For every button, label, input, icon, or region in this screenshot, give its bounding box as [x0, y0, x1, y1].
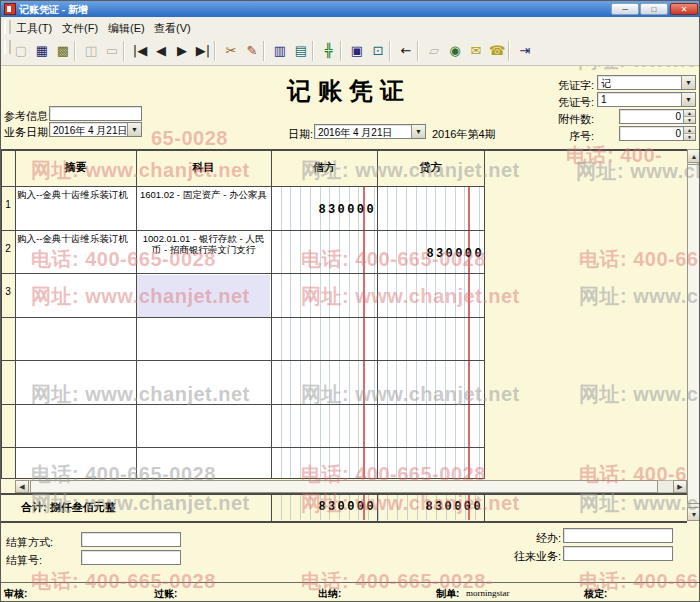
summary-cell[interactable]: 购入--金典十齿维乐装订机: [16, 232, 135, 274]
total-label: 合计: 捌仟叁佰元整: [21, 500, 116, 515]
toolbar: ▢▦▩◫▭|◀◀▶▶|✂✎▥▤╬▣⊡←▱◉✉☎⇥: [1, 37, 700, 66]
toolbar-separator: [214, 41, 216, 61]
column-header-1: 摘要: [15, 160, 136, 175]
phone-service-icon[interactable]: ☎: [487, 41, 507, 61]
date-combobox[interactable]: 2016年 4 月21日 ▼: [314, 124, 426, 139]
next-record-icon[interactable]: ▶: [172, 41, 192, 61]
total-row-top-border: [1, 493, 687, 495]
minimize-button[interactable]: ─: [611, 3, 639, 15]
save-and-new-icon[interactable]: ▩: [53, 41, 73, 61]
menu-item-1[interactable]: 工具(T): [16, 21, 52, 36]
post-label: 过账:: [154, 587, 177, 601]
new-voucher-icon[interactable]: ▢: [11, 41, 31, 61]
spin-down-icon[interactable]: ▼: [684, 117, 695, 124]
horizontal-scroll-thumb[interactable]: [30, 480, 658, 493]
menu-item-4[interactable]: 查看(V): [154, 21, 191, 36]
last-record-icon[interactable]: ▶|: [193, 41, 213, 61]
chevron-down-icon[interactable]: ▼: [681, 93, 695, 106]
first-record-icon[interactable]: |◀: [130, 41, 150, 61]
insert-row-icon[interactable]: ✂: [221, 41, 241, 61]
open-account-book-icon[interactable]: ▣: [347, 41, 367, 61]
total-debit-amount: 830000: [273, 500, 376, 514]
voucher-word-combobox[interactable]: 记 ▼: [597, 75, 696, 90]
voucher-no-label: 凭证号:: [554, 95, 594, 110]
reference-input[interactable]: [49, 106, 142, 121]
handler-label: 经办:: [501, 531, 561, 546]
approve-seal-icon[interactable]: ◉: [445, 41, 465, 61]
chevron-down-icon[interactable]: ▼: [681, 76, 695, 89]
sequence-stepper[interactable]: 0 ▲▼: [619, 126, 696, 141]
debit-amount[interactable]: 830000: [273, 203, 376, 217]
scroll-up-icon[interactable]: ▲: [687, 149, 700, 163]
balance-check-icon[interactable]: ╬: [319, 41, 339, 61]
watermark-website: 网址: www.ch: [579, 381, 700, 408]
summary-cell[interactable]: [16, 275, 135, 317]
watermark-phone: 65-0028: [151, 127, 228, 150]
scroll-right-icon[interactable]: ▶: [673, 480, 687, 493]
voucher-no-value: 1: [601, 94, 681, 105]
business-date-value: 2016年 4 月21日: [53, 124, 127, 138]
attachments-stepper[interactable]: 0 ▲▼: [619, 109, 696, 124]
spinner-buttons[interactable]: ▲▼: [683, 127, 695, 140]
reference-label: 参考信息:: [4, 109, 51, 124]
account-cell[interactable]: 1002.01.01 - 银行存款 - 人民币 - 招商银行崇文门支行: [137, 232, 270, 274]
voucher-no-combobox[interactable]: 1 ▼: [597, 92, 696, 107]
summary-cell[interactable]: 购入--金典十齿维乐装订机: [16, 188, 135, 230]
print-icon[interactable]: ▭: [102, 41, 122, 61]
chevron-down-icon[interactable]: ▼: [127, 123, 141, 136]
scroll-left-icon[interactable]: ◀: [15, 480, 29, 493]
account-cell[interactable]: 1601.02 - 固定资产 - 办公家具: [137, 188, 270, 230]
spinner-buttons[interactable]: ▲▼: [683, 110, 695, 123]
footer-divider: [1, 582, 700, 583]
close-button[interactable]: ✕: [670, 3, 698, 15]
save-icon[interactable]: ▦: [32, 41, 52, 61]
watermark-phone: 电话: 400-66: [579, 246, 699, 273]
vertical-scroll-thumb[interactable]: [687, 164, 700, 504]
subsidiary-book-icon[interactable]: ▤: [291, 41, 311, 61]
approve-label: 核定:: [584, 587, 607, 601]
prev-record-icon[interactable]: ◀: [151, 41, 171, 61]
grid-column-line-3: [271, 149, 272, 479]
total-credit-amount: 830000: [379, 500, 483, 514]
credit-amount[interactable]: 830000: [379, 247, 484, 261]
toolbar-grip: [4, 40, 11, 54]
total-column-line-0: [271, 493, 272, 521]
grid-row-line: [1, 360, 484, 361]
column-header-4: 贷方: [377, 160, 484, 175]
maximize-button[interactable]: □: [640, 3, 668, 15]
toolbar-separator: [74, 41, 76, 61]
grid-top-border: [1, 149, 687, 151]
cashier-label: 出纳:: [318, 587, 341, 601]
current-business-input[interactable]: [563, 546, 673, 561]
voucher-word-label: 凭证字:: [554, 78, 594, 93]
settlement-no-input[interactable]: [81, 550, 181, 565]
total-row-bottom-border: [1, 521, 687, 523]
grid-header-border: [1, 186, 484, 187]
print-preview-icon[interactable]: ◫: [81, 41, 101, 61]
mail-notice-icon[interactable]: ✉: [466, 41, 486, 61]
spin-down-icon[interactable]: ▼: [684, 134, 695, 141]
app-icon: [4, 3, 16, 15]
business-date-combobox[interactable]: 2016年 4 月21日 ▼: [49, 122, 142, 137]
grid-column-line-5: [484, 149, 485, 479]
toolbar-separator: [312, 41, 314, 61]
back-arrow-icon[interactable]: ←: [396, 41, 416, 61]
edit-row-icon[interactable]: ✎: [242, 41, 262, 61]
view-screen-icon[interactable]: ⊡: [368, 41, 388, 61]
grid-row-line: [1, 404, 484, 405]
copy-voucher-icon[interactable]: ▱: [424, 41, 444, 61]
menu-bar: 工具(T)文件(F)编辑(E)查看(V): [1, 17, 700, 38]
watermark-website: 网址: www.ch: [576, 158, 700, 185]
handler-input[interactable]: [563, 528, 673, 543]
chevron-down-icon[interactable]: ▼: [411, 125, 425, 138]
menu-item-2[interactable]: 文件(F): [62, 21, 98, 36]
period-text: 2016年第4期: [432, 127, 496, 142]
menu-item-3[interactable]: 编辑(E): [108, 21, 145, 36]
voucher-window: 记账凭证 - 新增 ─ □ ✕ 工具(T)文件(F)编辑(E)查看(V) ▢▦▩…: [0, 0, 700, 602]
scroll-down-icon[interactable]: ▼: [687, 507, 700, 521]
ledger-book-icon[interactable]: ▥: [270, 41, 290, 61]
account-cell[interactable]: [137, 275, 270, 317]
exit-icon[interactable]: ⇥: [515, 41, 535, 61]
settlement-method-input[interactable]: [81, 532, 181, 547]
current-business-label: 往来业务:: [501, 549, 561, 564]
